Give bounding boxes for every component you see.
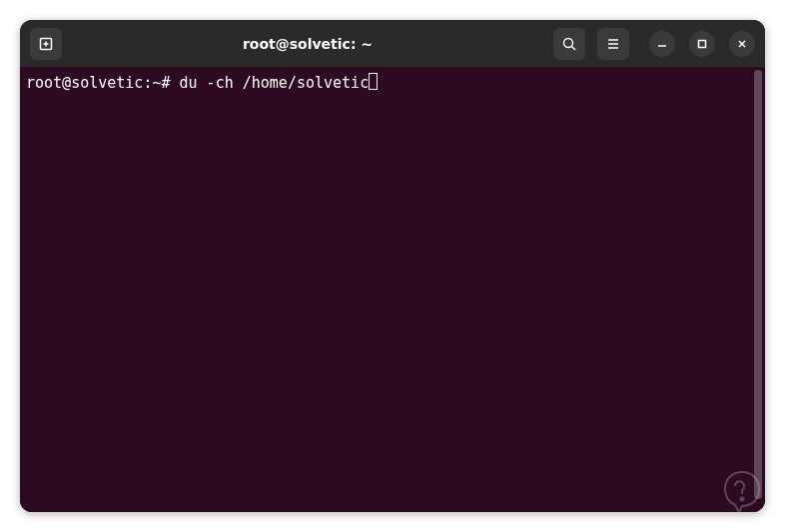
- maximize-button[interactable]: [689, 31, 715, 57]
- window-controls: [649, 31, 755, 57]
- svg-rect-9: [699, 40, 706, 47]
- prompt-colon: :: [143, 73, 152, 93]
- maximize-icon: [696, 38, 708, 50]
- minimize-icon: [656, 38, 668, 50]
- hamburger-icon: [605, 36, 621, 52]
- search-button[interactable]: [553, 28, 585, 60]
- terminal-window: root@solvetic: ~: [20, 20, 765, 512]
- prompt-space: [171, 73, 180, 93]
- cursor: [369, 73, 378, 90]
- search-icon: [561, 36, 577, 52]
- prompt-symbol: #: [161, 73, 170, 93]
- watermark-logo: [717, 464, 767, 514]
- prompt-user-host: root@solvetic: [26, 73, 143, 93]
- new-tab-button[interactable]: [30, 28, 62, 60]
- titlebar-right-group: [553, 28, 755, 60]
- new-tab-icon: [38, 36, 54, 52]
- command-input[interactable]: du -ch /home/solvetic: [180, 73, 370, 93]
- svg-point-12: [741, 498, 744, 501]
- terminal-body[interactable]: root@solvetic:~# du -ch /home/solvetic: [20, 67, 765, 512]
- close-icon: [736, 38, 748, 50]
- titlebar: root@solvetic: ~: [20, 20, 765, 67]
- terminal-line: root@solvetic:~# du -ch /home/solvetic: [26, 71, 759, 93]
- svg-line-4: [572, 46, 576, 50]
- close-button[interactable]: [729, 31, 755, 57]
- scrollbar[interactable]: [754, 70, 762, 499]
- minimize-button[interactable]: [649, 31, 675, 57]
- titlebar-left-group: [30, 28, 62, 60]
- titlebar-center: root@solvetic: ~: [70, 36, 545, 52]
- menu-button[interactable]: [597, 28, 629, 60]
- window-title: root@solvetic: ~: [243, 36, 373, 52]
- prompt-path: ~: [152, 73, 161, 93]
- svg-point-3: [564, 38, 573, 47]
